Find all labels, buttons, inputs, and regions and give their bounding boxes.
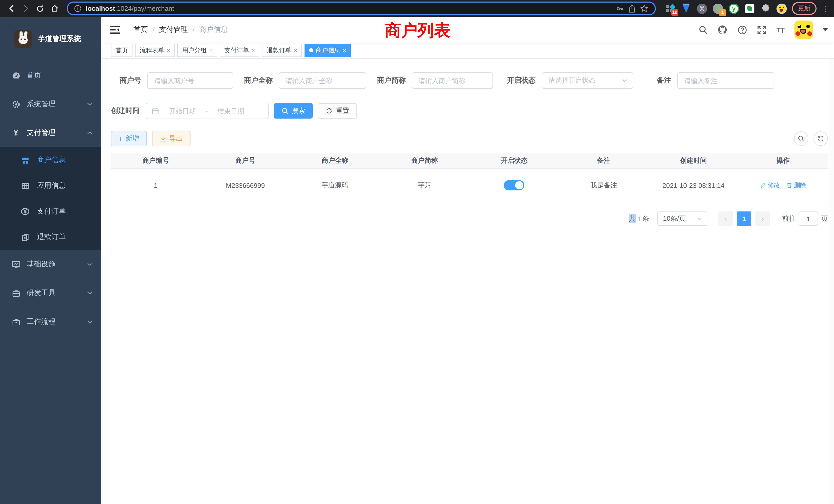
hide-search-button[interactable] xyxy=(794,131,808,146)
password-key-icon[interactable] xyxy=(616,4,624,13)
browser-toolbar: localhost:1024/pay/merchant 10 xyxy=(0,0,834,17)
extensions-puzzle-icon[interactable] xyxy=(761,3,771,14)
export-button-label: 导出 xyxy=(169,134,182,143)
window-scrollbar-gutter[interactable] xyxy=(829,17,834,504)
sidebar-item-label: 应用信息 xyxy=(37,181,66,190)
command-extension-icon[interactable]: ⌘ xyxy=(697,3,707,14)
tab-merchant-info[interactable]: 商户信息 × xyxy=(305,44,351,57)
add-button[interactable]: + 新增 xyxy=(111,131,147,146)
sidebar-item-payment[interactable]: ¥ 支付管理 xyxy=(0,118,101,147)
merchant-name-input[interactable] xyxy=(279,72,366,89)
sidebar-item-label: 首页 xyxy=(27,71,93,80)
pagination-total: 共 1 条 xyxy=(629,214,649,223)
chevron-down-icon xyxy=(697,216,703,222)
y-extension-icon[interactable]: y xyxy=(729,3,739,14)
merchant-no-input[interactable] xyxy=(147,72,233,89)
sidebar-item-system[interactable]: 系统管理 xyxy=(0,90,101,118)
cell-status xyxy=(469,180,559,190)
font-size-icon[interactable]: TT xyxy=(776,25,785,34)
cell-remark: 我是备注 xyxy=(559,181,649,190)
sidebar-item-devtools[interactable]: 研发工具 xyxy=(0,279,101,307)
start-date-input[interactable] xyxy=(162,107,202,115)
merchant-name-label: 商户全称 xyxy=(244,76,273,85)
breadcrumb-section[interactable]: 支付管理 xyxy=(159,25,188,35)
forward-icon[interactable] xyxy=(20,2,32,15)
status-select[interactable]: 请选择开启状态 xyxy=(542,72,633,89)
end-date-input[interactable] xyxy=(211,107,251,115)
reset-button-label: 重置 xyxy=(336,106,349,115)
goto-label: 前往 xyxy=(782,214,795,223)
profile-emoji-icon[interactable] xyxy=(776,3,787,14)
tab-refund-order[interactable]: 退款订单 × xyxy=(262,44,302,57)
bookmark-star-icon[interactable] xyxy=(640,4,649,13)
tab-process-form[interactable]: 流程表单 × xyxy=(135,44,175,57)
sidebar: 芋道管理系统 首页 系统管理 ¥ 支付管理 xyxy=(0,17,101,504)
page-size-select[interactable]: 10条/页 xyxy=(657,211,707,226)
column-header: 开启状态 xyxy=(469,156,559,165)
documents-icon xyxy=(21,232,30,242)
table-toolbar: + 新增 导出 xyxy=(111,131,828,146)
page-info-icon[interactable] xyxy=(74,5,82,12)
sidebar-item-app-info[interactable]: 应用信息 xyxy=(0,173,101,199)
remark-label: 备注 xyxy=(657,76,671,85)
github-icon[interactable] xyxy=(718,25,728,35)
status-toggle[interactable] xyxy=(504,180,525,190)
chevron-down-icon xyxy=(87,319,93,325)
back-icon[interactable] xyxy=(5,2,18,15)
gem-extension-icon[interactable] xyxy=(681,3,691,14)
close-icon[interactable]: × xyxy=(251,47,255,53)
page-1-button[interactable]: 1 xyxy=(737,211,751,226)
sidebar-item-pay-order[interactable]: 支付订单 xyxy=(0,199,101,224)
reset-button[interactable]: 重置 xyxy=(318,103,357,118)
search-button[interactable]: 搜索 xyxy=(274,103,313,118)
delete-link[interactable]: 删除 xyxy=(786,181,806,190)
chrome-update-button[interactable]: 更新 xyxy=(792,2,816,15)
status-select-placeholder: 请选择开启状态 xyxy=(548,76,621,85)
tab-home[interactable]: 首页 xyxy=(111,44,132,57)
sidebar-item-label: 系统管理 xyxy=(27,99,87,109)
avatar-caret-icon[interactable] xyxy=(823,28,828,31)
address-bar[interactable]: localhost:1024/pay/merchant xyxy=(67,2,656,16)
breadcrumb-home[interactable]: 首页 xyxy=(133,25,148,35)
export-button[interactable]: 导出 xyxy=(152,131,190,146)
sidebar-fold-icon[interactable] xyxy=(110,25,120,35)
refresh-icon xyxy=(817,135,824,142)
merchant-short-label: 商户简称 xyxy=(377,76,406,85)
close-icon[interactable]: × xyxy=(294,47,297,53)
share-icon[interactable] xyxy=(628,4,636,13)
close-icon[interactable]: × xyxy=(209,47,213,53)
notes-extension-icon[interactable] xyxy=(745,3,755,14)
sidebar-item-refund-order[interactable]: 退款订单 xyxy=(0,224,101,250)
sidebar-logo[interactable]: 芋道管理系统 xyxy=(0,17,101,61)
home-icon[interactable] xyxy=(48,2,61,15)
sidebar-item-label: 研发工具 xyxy=(27,289,87,298)
remark-input[interactable] xyxy=(677,72,774,89)
header-search-icon[interactable] xyxy=(698,25,708,35)
sidebar-item-merchant-info[interactable]: 商户信息 xyxy=(0,147,101,173)
user-avatar[interactable] xyxy=(794,21,813,39)
close-icon[interactable]: × xyxy=(343,47,346,53)
tab-pay-order[interactable]: 支付订单 × xyxy=(220,44,260,57)
edit-link[interactable]: 修改 xyxy=(760,181,780,190)
url-text: localhost:1024/pay/merchant xyxy=(86,5,174,12)
tab-user-group[interactable]: 用户分组 × xyxy=(177,44,217,57)
sidebar-item-workflow[interactable]: 工作流程 xyxy=(0,307,101,336)
browser-menu-icon[interactable]: ⋮ xyxy=(822,6,829,11)
refresh-table-button[interactable] xyxy=(813,131,828,146)
fullscreen-icon[interactable] xyxy=(757,25,767,35)
next-page-button[interactable]: › xyxy=(755,211,770,226)
sidebar-item-label: 商户信息 xyxy=(37,156,66,165)
create-time-range-picker[interactable]: - xyxy=(146,102,269,119)
sidebar-item-home[interactable]: 首页 xyxy=(0,61,101,90)
tabs-manager-extension-icon[interactable]: 10 xyxy=(665,3,675,14)
reload-icon[interactable] xyxy=(34,2,46,15)
sidebar-item-infrastructure[interactable]: 基础设施 xyxy=(0,250,101,279)
tab-label: 支付订单 xyxy=(224,46,249,55)
prev-page-button[interactable]: ‹ xyxy=(719,211,733,226)
main-area: 首页 / 支付管理 / 商户信息 xyxy=(101,17,834,504)
goto-page-input[interactable] xyxy=(798,211,818,226)
timer-extension-icon[interactable]: 1 xyxy=(713,3,723,14)
help-icon[interactable] xyxy=(738,25,747,35)
close-icon[interactable]: × xyxy=(167,47,170,53)
merchant-short-input[interactable] xyxy=(412,72,493,89)
